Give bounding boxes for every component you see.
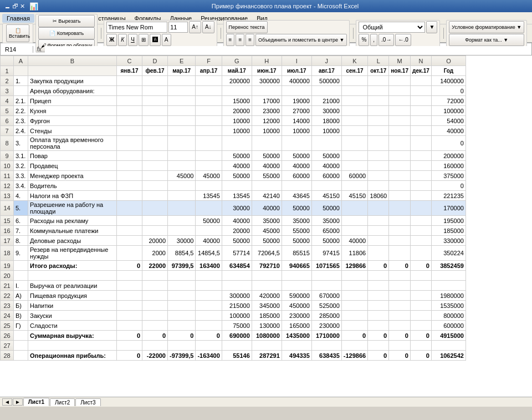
- cell-25-b[interactable]: Сладости: [28, 321, 117, 331]
- cell-11-n[interactable]: [410, 171, 431, 181]
- cell-9-a[interactable]: 3.1.: [14, 151, 28, 161]
- cell-24-l[interactable]: [368, 311, 389, 321]
- cell-19-d[interactable]: 22000: [142, 261, 168, 271]
- cell-20-j[interactable]: [311, 271, 341, 281]
- cell-12-j[interactable]: [311, 181, 341, 191]
- cell-26-f[interactable]: 0: [196, 331, 222, 341]
- cell-25-f[interactable]: [196, 321, 222, 331]
- cell-27-a[interactable]: [14, 341, 28, 351]
- cell-20-a[interactable]: [14, 271, 28, 281]
- cell-1-l[interactable]: окт.17: [368, 66, 389, 76]
- cell-26-n[interactable]: 0: [410, 331, 431, 341]
- cell-5-n[interactable]: [410, 106, 431, 116]
- cell-22-m[interactable]: [389, 291, 411, 301]
- cell-19-a[interactable]: [14, 261, 28, 271]
- cell-27-h[interactable]: [252, 341, 282, 351]
- cell-27-n[interactable]: [410, 341, 431, 351]
- align-right-button[interactable]: ≡: [245, 34, 254, 46]
- cell-20-e[interactable]: [168, 271, 196, 281]
- cell-3-n[interactable]: [410, 86, 431, 96]
- cell-11-b[interactable]: Менеджер проекта: [28, 171, 117, 181]
- cell-20-n[interactable]: [410, 271, 431, 281]
- cell-23-i[interactable]: 450000: [282, 301, 311, 311]
- cell-4-a[interactable]: 2.1.: [14, 96, 28, 106]
- cell-12-o[interactable]: 0: [431, 181, 466, 191]
- cell-22-b[interactable]: Пищевая продукция: [28, 291, 117, 301]
- cell-8-o[interactable]: 0: [431, 136, 466, 151]
- cell-20-c[interactable]: [117, 271, 142, 281]
- cell-8-d[interactable]: [142, 136, 168, 151]
- cell-26-i[interactable]: 1435000: [282, 331, 311, 341]
- cell-12-b[interactable]: Водитель: [28, 181, 117, 191]
- cell-25-i[interactable]: 165000: [282, 321, 311, 331]
- number-format-select[interactable]: Общий: [359, 22, 425, 33]
- cell-16-h[interactable]: 45000: [252, 226, 282, 236]
- cell-22-n[interactable]: [410, 291, 431, 301]
- cell-16-l[interactable]: [368, 226, 389, 236]
- cell-28-m[interactable]: 0: [389, 351, 411, 361]
- cell-24-h[interactable]: 185000: [252, 311, 282, 321]
- cell-9-k[interactable]: [341, 151, 367, 161]
- cell-20-b[interactable]: [28, 271, 117, 281]
- cell-17-c[interactable]: [117, 236, 142, 246]
- cell-6-e[interactable]: [168, 116, 196, 126]
- cell-26-e[interactable]: 0: [168, 331, 196, 341]
- cell-21-a[interactable]: I.: [14, 281, 28, 291]
- cell-28-g[interactable]: 55146: [222, 351, 252, 361]
- cell-28-i[interactable]: 494335: [282, 351, 311, 361]
- cell-15-c[interactable]: [117, 216, 142, 226]
- cell-3-o[interactable]: 0: [431, 86, 466, 96]
- cell-11-a[interactable]: 3.3.: [14, 171, 28, 181]
- cell-6-n[interactable]: [410, 116, 431, 126]
- cell-22-c[interactable]: [117, 291, 142, 301]
- cell-28-l[interactable]: 0: [368, 351, 389, 361]
- col-header-f[interactable]: F: [196, 56, 222, 66]
- cell-7-g[interactable]: 10000: [222, 126, 252, 136]
- cell-4-g[interactable]: 15000: [222, 96, 252, 106]
- cell-1-a[interactable]: [14, 66, 28, 76]
- cell-3-e[interactable]: [168, 86, 196, 96]
- cell-18-b[interactable]: Резерв на непредвиденные нужды: [28, 246, 117, 261]
- cell-14-j[interactable]: 50000: [311, 201, 341, 216]
- cell-10-d[interactable]: [142, 161, 168, 171]
- next-sheet-button[interactable]: ►: [13, 398, 23, 406]
- cell-15-h[interactable]: 35000: [252, 216, 282, 226]
- cell-27-l[interactable]: [368, 341, 389, 351]
- cell-17-d[interactable]: 20000: [142, 236, 168, 246]
- cell-10-l[interactable]: [368, 161, 389, 171]
- cell-19-l[interactable]: 0: [368, 261, 389, 271]
- cell-25-n[interactable]: [410, 321, 431, 331]
- cell-28-h[interactable]: 287291: [252, 351, 282, 361]
- cell-1-h[interactable]: июн.17: [252, 66, 282, 76]
- cell-4-d[interactable]: [142, 96, 168, 106]
- cell-3-h[interactable]: [252, 86, 282, 96]
- col-header-o[interactable]: O: [431, 56, 466, 66]
- cell-5-f[interactable]: [196, 106, 222, 116]
- cell-15-b[interactable]: Расходы на рекламу: [28, 216, 117, 226]
- cell-24-i[interactable]: 230000: [282, 311, 311, 321]
- cell-23-c[interactable]: [117, 301, 142, 311]
- cell-3-a[interactable]: [14, 86, 28, 96]
- cell-15-g[interactable]: 40000: [222, 216, 252, 226]
- cell-14-g[interactable]: 30000: [222, 201, 252, 216]
- cell-21-h[interactable]: [252, 281, 282, 291]
- cell-9-b[interactable]: Повар: [28, 151, 117, 161]
- cell-4-h[interactable]: 17000: [252, 96, 282, 106]
- cell-1-g[interactable]: май.17: [222, 66, 252, 76]
- cell-12-e[interactable]: [168, 181, 196, 191]
- cell-27-c[interactable]: [117, 341, 142, 351]
- cell-25-k[interactable]: [341, 321, 367, 331]
- cell-7-m[interactable]: [389, 126, 411, 136]
- cell-10-g[interactable]: 40000: [222, 161, 252, 171]
- cell-3-l[interactable]: [368, 86, 389, 96]
- cell-21-k[interactable]: [341, 281, 367, 291]
- cell-15-i[interactable]: 35000: [282, 216, 311, 226]
- percent-button[interactable]: %: [359, 34, 369, 46]
- wrap-text-button[interactable]: Перенос текста: [226, 21, 268, 33]
- cell-17-i[interactable]: 50000: [282, 236, 311, 246]
- cell-7-b[interactable]: Стенды: [28, 126, 117, 136]
- fill-color-button[interactable]: 🅰: [150, 34, 161, 46]
- cell-23-m[interactable]: [389, 301, 411, 311]
- cell-20-m[interactable]: [389, 271, 411, 281]
- cell-24-c[interactable]: [117, 311, 142, 321]
